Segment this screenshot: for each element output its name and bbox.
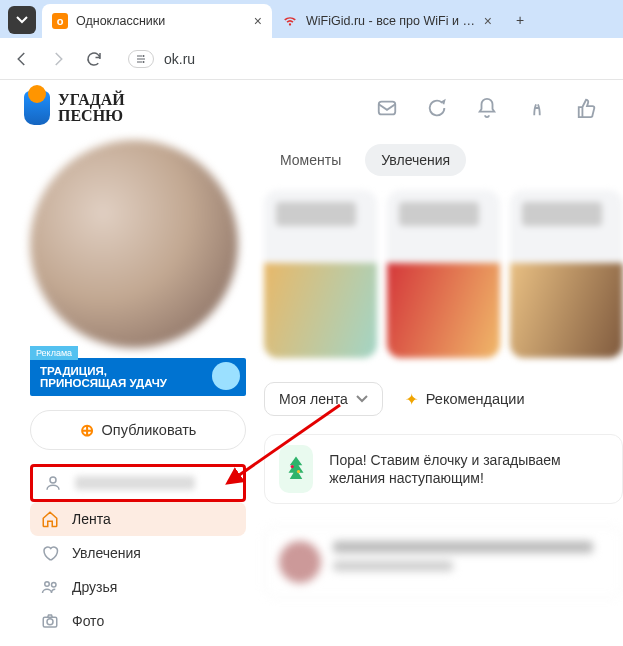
- svg-rect-2: [379, 102, 396, 115]
- site-settings-chip[interactable]: [128, 50, 154, 68]
- hobby-card[interactable]: [264, 190, 377, 358]
- hobby-card[interactable]: [387, 190, 500, 358]
- sidebar-item-friends[interactable]: Друзья: [30, 570, 246, 604]
- holiday-banner[interactable]: Пора! Ставим ёлочку и загадываем желания…: [264, 434, 623, 504]
- sidebar-item-label: Увлечения: [72, 545, 141, 561]
- sidebar-item-hobbies[interactable]: Увлечения: [30, 536, 246, 570]
- plus-icon: ⊕: [80, 420, 94, 441]
- sidebar-menu: Лента Увлечения Друзья Фото: [30, 464, 246, 646]
- sidebar-item-profile[interactable]: [30, 464, 246, 502]
- reload-button[interactable]: [84, 49, 104, 69]
- reload-icon: [85, 50, 103, 68]
- tab-list-button[interactable]: [8, 6, 36, 34]
- ok-favicon: o: [52, 13, 68, 29]
- feed-selector-label: Моя лента: [279, 391, 348, 407]
- svg-point-12: [297, 470, 300, 473]
- chevron-down-icon: [16, 14, 28, 26]
- feed-post[interactable]: [264, 526, 623, 598]
- publish-button[interactable]: ⊕ Опубликовать: [30, 410, 246, 450]
- arrow-right-icon: [49, 50, 67, 68]
- arrow-left-icon: [13, 50, 31, 68]
- promo-banner[interactable]: Реклама ТРАДИЦИЯ, ПРИНОСЯЩАЯ УДАЧУ: [30, 358, 246, 396]
- site-header: УГАДАЙ ПЕСНЮ: [0, 80, 623, 136]
- forward-button[interactable]: [48, 49, 68, 69]
- feed-controls: Моя лента ✦ Рекомендации: [264, 382, 623, 416]
- promo-graphic: [212, 362, 240, 390]
- camera-icon: [40, 611, 60, 631]
- left-column: Реклама ТРАДИЦИЯ, ПРИНОСЯЩАЯ УДАЧУ ⊕ Опу…: [30, 140, 246, 646]
- messages-icon[interactable]: [375, 96, 399, 120]
- svg-point-3: [50, 477, 56, 483]
- sidebar-item-photo[interactable]: Фото: [30, 604, 246, 638]
- tree-icon: [279, 445, 313, 493]
- url-text: ok.ru: [164, 51, 195, 67]
- browser-tab-wifigid[interactable]: WiFiGid.ru - все про WiFi и без… ×: [272, 4, 502, 38]
- browser-tab-ok[interactable]: o Одноклассники ×: [42, 4, 272, 38]
- hobby-cards: [264, 190, 623, 358]
- likes-icon[interactable]: [575, 96, 599, 120]
- promo-text: ТРАДИЦИЯ, ПРИНОСЯЩАЯ УДАЧУ: [40, 365, 167, 389]
- browser-toolbar: ok.ru: [0, 38, 623, 80]
- profile-avatar[interactable]: [30, 140, 238, 348]
- sidebar-item-label: Друзья: [72, 579, 117, 595]
- address-bar[interactable]: ok.ru: [120, 50, 611, 68]
- site-logo[interactable]: УГАДАЙ ПЕСНЮ: [24, 91, 125, 125]
- wifi-favicon: [282, 13, 298, 29]
- feed-selector[interactable]: Моя лента: [264, 382, 383, 416]
- publish-label: Опубликовать: [102, 422, 197, 438]
- svg-point-11: [291, 465, 294, 468]
- tab-title: Одноклассники: [76, 14, 246, 28]
- tune-icon: [135, 53, 147, 65]
- sparkle-icon: ✦: [405, 390, 418, 409]
- home-icon: [40, 509, 60, 529]
- recommendations-label: Рекомендации: [426, 391, 525, 407]
- main-column: Моменты Увлечения Моя лента ✦ Рекомендац…: [264, 140, 623, 646]
- post-avatar: [279, 541, 321, 583]
- banner-text: Пора! Ставим ёлочку и загадываем желания…: [329, 451, 608, 487]
- new-tab-button[interactable]: +: [506, 6, 534, 34]
- ad-label: Реклама: [30, 346, 78, 360]
- sidebar-item-label: Лента: [72, 511, 111, 527]
- sidebar-item-feed[interactable]: Лента: [30, 502, 246, 536]
- logo-line2: ПЕСНЮ: [58, 108, 125, 124]
- tab-hobbies[interactable]: Увлечения: [365, 144, 466, 176]
- svg-point-5: [52, 583, 57, 588]
- content-tabs: Моменты Увлечения: [264, 144, 623, 176]
- heart-icon: [40, 543, 60, 563]
- close-tab-icon[interactable]: ×: [254, 13, 262, 29]
- person-icon: [43, 473, 63, 493]
- hobby-card[interactable]: [510, 190, 623, 358]
- recommendations-link[interactable]: ✦ Рекомендации: [405, 390, 525, 409]
- post-header: [333, 541, 593, 583]
- tab-moments[interactable]: Моменты: [264, 144, 357, 176]
- guests-icon[interactable]: [525, 96, 549, 120]
- microphone-icon: [24, 91, 50, 125]
- chevron-down-icon: [356, 393, 368, 405]
- svg-point-1: [143, 61, 145, 63]
- notifications-icon[interactable]: [475, 96, 499, 120]
- page-content: Реклама ТРАДИЦИЯ, ПРИНОСЯЩАЯ УДАЧУ ⊕ Опу…: [0, 140, 623, 646]
- sidebar-item-label: Фото: [72, 613, 104, 629]
- svg-point-4: [45, 582, 50, 587]
- friends-icon: [40, 577, 60, 597]
- back-button[interactable]: [12, 49, 32, 69]
- browser-tab-strip: o Одноклассники × WiFiGid.ru - все про W…: [0, 0, 623, 38]
- tab-title: WiFiGid.ru - все про WiFi и без…: [306, 14, 476, 28]
- sidebar-item-groups[interactable]: Группы: [30, 638, 246, 646]
- svg-point-7: [47, 619, 53, 625]
- profile-name-blurred: [75, 476, 195, 490]
- close-tab-icon[interactable]: ×: [484, 13, 492, 29]
- svg-point-0: [143, 55, 145, 57]
- logo-line1: УГАДАЙ: [58, 92, 125, 108]
- discussions-icon[interactable]: [425, 96, 449, 120]
